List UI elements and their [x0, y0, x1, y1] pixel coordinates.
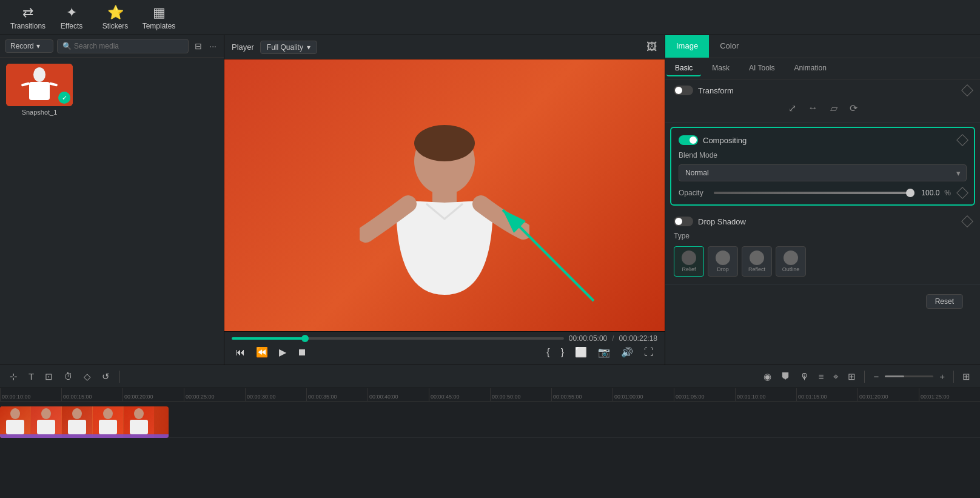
opacity-keyframe[interactable]	[956, 187, 968, 199]
clip-frame-1	[0, 406, 30, 438]
shadow-outline-icon	[784, 251, 798, 265]
shape-tool-button[interactable]: ◇	[80, 369, 95, 384]
tab-color[interactable]: Color	[709, 35, 750, 58]
shadow-type-relief[interactable]: Relief	[674, 246, 704, 277]
record-dropdown[interactable]: Record ▾	[5, 39, 53, 53]
opacity-handle[interactable]	[906, 189, 915, 197]
mic-tool-button[interactable]: 🎙	[796, 369, 813, 383]
sub-tab-ai-tools[interactable]: AI Tools	[740, 61, 783, 76]
image-export-button[interactable]: 🖼	[646, 41, 657, 53]
stickers-button[interactable]: ⭐ Stickers	[93, 2, 137, 33]
mark-in-button[interactable]: {	[543, 346, 553, 359]
player-label: Player	[232, 42, 254, 52]
step-back-button[interactable]: ⏮	[232, 346, 249, 359]
record-chevron-icon: ▾	[36, 42, 40, 50]
svg-point-16	[103, 408, 113, 419]
media-item[interactable]: ✓ Snapshot_1	[6, 64, 73, 116]
blend-mode-label: Blend Mode	[679, 151, 967, 160]
drop-shadow-keyframe[interactable]	[961, 215, 973, 227]
shadow-reflect-icon	[750, 251, 764, 265]
shadow-outline-label: Outline	[782, 266, 800, 272]
zoom-in-button[interactable]: +	[936, 369, 948, 383]
zoom-slider[interactable]	[885, 375, 933, 377]
svg-rect-11	[6, 420, 24, 434]
ruler-marks: 00:00:10:00 00:00:15:00 00:00:20:00 00:0…	[0, 388, 980, 401]
transform-keyframe[interactable]	[961, 84, 973, 96]
svg-line-9	[503, 210, 594, 301]
player-area: Player Full Quality ▾ 🖼	[224, 35, 665, 365]
audio-button[interactable]: 🔊	[617, 345, 637, 359]
timer-tool-button[interactable]: ⏱	[60, 369, 76, 383]
panel-actions: ⊟ ···	[192, 40, 219, 52]
quality-dropdown[interactable]: Full Quality ▾	[260, 41, 317, 54]
compositing-keyframe[interactable]	[956, 134, 968, 146]
drop-shadow-header[interactable]: Drop Shadow	[674, 217, 972, 226]
search-bar[interactable]: 🔍	[57, 39, 189, 53]
templates-button[interactable]: ▦ Templates	[137, 2, 181, 33]
motion-tool-button[interactable]: ◉	[760, 369, 775, 384]
progress-bar[interactable]	[232, 337, 564, 340]
select-tool-button[interactable]: ⊹	[6, 369, 21, 384]
media-thumbnail: ✓	[6, 64, 73, 106]
clip-frame-4	[93, 406, 123, 438]
rotate-tool-button[interactable]: ↺	[98, 369, 113, 384]
crop-tool-button[interactable]: ⊡	[41, 369, 56, 384]
clip-audio-bar	[0, 434, 169, 438]
zoom-out-button[interactable]: −	[870, 369, 882, 383]
ruler-mark-8: 00:00:50:00	[490, 388, 551, 401]
sub-tab-animation[interactable]: Animation	[785, 61, 834, 76]
stickers-label: Stickers	[102, 22, 129, 30]
ruler-mark-12: 00:01:10:00	[735, 388, 796, 401]
subtitle-tool-button[interactable]: ≡	[815, 369, 828, 383]
reset-button[interactable]: Reset	[926, 294, 963, 309]
ruler-mark-2: 00:00:20:00	[122, 388, 184, 401]
player-header: Player Full Quality ▾ 🖼	[224, 35, 665, 59]
frame-back-button[interactable]: ⏪	[252, 345, 272, 359]
transitions-button[interactable]: ⇄ Transitions	[6, 2, 50, 33]
clip-frames	[0, 406, 154, 438]
position-icon: ⤢	[788, 103, 796, 114]
progress-handle[interactable]	[301, 335, 309, 342]
mark-out-button[interactable]: }	[557, 346, 568, 359]
sub-tab-basic[interactable]: Basic	[666, 61, 701, 76]
shadow-type-drop[interactable]: Drop	[708, 246, 738, 277]
play-button[interactable]: ▶	[275, 345, 290, 359]
ruler-mark-14: 00:01:20:00	[858, 388, 919, 401]
opacity-slider[interactable]	[714, 192, 910, 194]
compositing-toggle[interactable]	[679, 135, 698, 145]
shadow-type-reflect[interactable]: Reflect	[742, 246, 772, 277]
compositing-header[interactable]: Compositing	[679, 135, 967, 145]
video-clip[interactable]	[0, 406, 169, 438]
blend-mode-select[interactable]: Normal Multiply Screen Overlay	[679, 164, 967, 181]
filter-button[interactable]: ⊟	[192, 40, 204, 52]
snapshot-button[interactable]: 📷	[594, 345, 614, 359]
shadow-type-outline[interactable]: Outline	[776, 246, 806, 277]
blend-mode-row: Normal Multiply Screen Overlay	[679, 164, 967, 181]
opacity-row: Opacity 100.0 %	[679, 189, 967, 197]
sub-tab-mask[interactable]: Mask	[703, 61, 738, 76]
ruler-mark-0: 00:00:10:00	[0, 388, 61, 401]
search-input[interactable]	[74, 42, 183, 50]
subtitle-button[interactable]: ⬜	[571, 345, 591, 359]
ruler-mark-6: 00:00:40:00	[368, 388, 429, 401]
fullscreen-button[interactable]: ⛶	[640, 346, 657, 359]
detect-tool-button[interactable]: ⌖	[830, 369, 842, 384]
text-tool-button[interactable]: T	[25, 369, 38, 383]
stop-button[interactable]: ⏹	[294, 346, 310, 359]
snapshot-tool-button[interactable]: ⊞	[844, 369, 859, 384]
drop-shadow-toggle[interactable]	[674, 217, 693, 226]
stickers-icon: ⭐	[107, 5, 124, 21]
clip-frame-3	[62, 406, 92, 438]
teal-arrow-annotation	[466, 186, 600, 307]
shield-tool-button[interactable]: ⛊	[777, 369, 794, 383]
transform-toggle[interactable]	[674, 86, 693, 95]
transform-section: Transform ⤢ ↔ ▱ ⟳	[665, 79, 980, 123]
transform-header[interactable]: Transform	[674, 86, 972, 95]
tab-image[interactable]: Image	[665, 35, 709, 58]
layout-button[interactable]: ⊞	[959, 369, 974, 384]
more-button[interactable]: ···	[207, 40, 219, 52]
ruler-mark-13: 00:01:15:00	[796, 388, 858, 401]
effects-button[interactable]: ✦ Effects	[50, 2, 93, 33]
right-panel-tabs: Image Color	[665, 35, 980, 58]
opacity-value: 100.0	[915, 189, 939, 197]
